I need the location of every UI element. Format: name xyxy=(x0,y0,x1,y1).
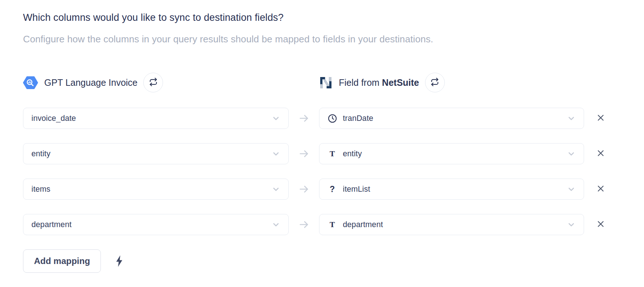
close-icon xyxy=(596,184,606,195)
source-column-select[interactable]: invoice_date xyxy=(23,108,289,129)
destination-prefix: Field from xyxy=(339,77,379,88)
map-arrow-icon xyxy=(289,148,319,160)
mapping-row: invoice_date tranDate xyxy=(23,108,621,129)
text-type-icon: T xyxy=(327,221,337,229)
page-title: Which columns would you like to sync to … xyxy=(23,12,621,23)
destination-field-value: itemList xyxy=(343,185,370,194)
unknown-type-icon: ? xyxy=(327,184,337,194)
mapping-rows: invoice_date tranDate xyxy=(23,108,621,235)
chevron-down-icon xyxy=(272,185,280,194)
close-icon xyxy=(596,113,606,124)
destination-swap-button[interactable] xyxy=(425,73,445,92)
source-name: GPT Language Invoice xyxy=(44,77,137,88)
netsuite-icon xyxy=(319,76,333,89)
source-column-value: invoice_date xyxy=(31,114,76,123)
chevron-down-icon xyxy=(567,220,576,229)
mapping-row: items ? itemList xyxy=(23,179,621,200)
destination-field-select[interactable]: T department xyxy=(319,214,584,235)
destination-column-header: Field from NetSuite xyxy=(319,73,445,92)
source-column-value: items xyxy=(31,185,50,194)
chevron-down-icon xyxy=(567,149,576,158)
mapping-row: entity T entity xyxy=(23,143,621,164)
text-type-icon: T xyxy=(327,150,337,158)
swap-repeat-icon xyxy=(431,78,439,87)
destination-field-select[interactable]: T entity xyxy=(319,143,584,164)
remove-mapping-button[interactable] xyxy=(595,219,606,230)
mapping-column-headers: GPT Language Invoice xyxy=(23,73,621,92)
source-column-select[interactable]: items xyxy=(23,179,289,200)
chevron-down-icon xyxy=(272,220,280,229)
remove-mapping-button[interactable] xyxy=(595,113,606,124)
chevron-down-icon xyxy=(272,149,280,158)
source-swap-button[interactable] xyxy=(143,73,163,92)
chevron-down-icon xyxy=(567,185,576,194)
destination-field-value: tranDate xyxy=(343,114,373,123)
destination-field-select[interactable]: tranDate xyxy=(319,108,584,129)
add-mapping-button[interactable]: Add mapping xyxy=(23,249,101,273)
datetime-type-icon xyxy=(327,114,337,123)
bigquery-hexagon-icon xyxy=(23,76,38,89)
mapping-row: department T department xyxy=(23,214,621,235)
source-column-value: entity xyxy=(31,149,50,158)
source-column-value: department xyxy=(31,220,72,229)
destination-name: NetSuite xyxy=(382,77,419,88)
source-column-select[interactable]: department xyxy=(23,214,289,235)
destination-field-value: entity xyxy=(343,149,362,158)
map-arrow-icon xyxy=(289,112,319,124)
swap-repeat-icon xyxy=(149,78,158,87)
page-subtitle: Configure how the columns in your query … xyxy=(23,34,621,45)
remove-mapping-button[interactable] xyxy=(595,184,606,195)
remove-mapping-button[interactable] xyxy=(595,148,606,159)
map-arrow-icon xyxy=(289,219,319,230)
destination-field-value: department xyxy=(343,220,383,229)
chevron-down-icon xyxy=(272,114,280,123)
destination-field-select[interactable]: ? itemList xyxy=(319,179,584,200)
close-icon xyxy=(596,219,606,230)
column-mapping-panel: Which columns would you like to sync to … xyxy=(0,0,644,273)
source-column-header: GPT Language Invoice xyxy=(23,73,289,92)
destination-label: Field from NetSuite xyxy=(339,77,419,88)
chevron-down-icon xyxy=(567,114,576,123)
source-column-select[interactable]: entity xyxy=(23,143,289,164)
close-icon xyxy=(596,148,606,159)
map-arrow-icon xyxy=(289,183,319,195)
lightning-bolt-icon[interactable] xyxy=(114,255,125,267)
mapping-footer: Add mapping xyxy=(23,249,621,273)
